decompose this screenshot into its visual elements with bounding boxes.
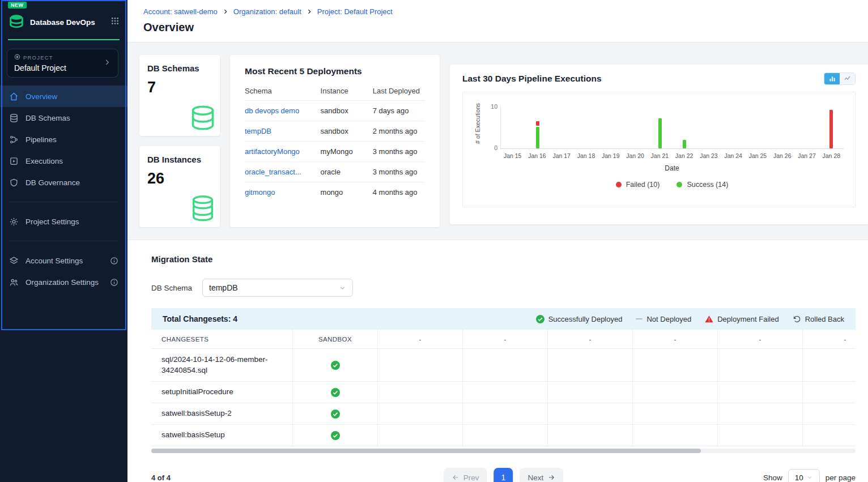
rollback-icon (793, 315, 801, 323)
sidebar-item-pipelines[interactable]: Pipelines (0, 129, 127, 150)
cell-empty (378, 425, 463, 446)
breadcrumb-organization[interactable]: Organization: default (233, 7, 301, 16)
info-icon[interactable] (110, 257, 118, 265)
stat-value: 26 (147, 170, 212, 187)
deployed-cell: 3 months ago (373, 142, 425, 162)
bar-success (683, 140, 686, 148)
x-tick-label: Jan 18 (574, 152, 598, 159)
sidebar-item-db-schemas[interactable]: DB Schemas (0, 107, 127, 129)
cell-empty (633, 349, 718, 382)
bar-failed (536, 121, 539, 126)
sidebar-item-label: Project Settings (25, 217, 79, 226)
info-icon[interactable] (110, 278, 118, 287)
bar-chart-icon[interactable] (824, 73, 840, 84)
x-tick-label: Jan 27 (794, 152, 819, 159)
bar-success (658, 118, 662, 148)
sidebar-item-label: Executions (25, 157, 63, 165)
check-circle-icon (331, 410, 340, 419)
next-button[interactable]: Next (520, 468, 564, 482)
sidebar-nav: Overview DB Schemas Pipelines Executions… (0, 86, 127, 293)
per-page-select[interactable]: 10 (788, 469, 820, 482)
schema-link[interactable]: tempDB (245, 127, 271, 135)
apps-grid-icon[interactable] (110, 16, 120, 28)
arrow-right-icon (547, 474, 555, 481)
show-label: Show (763, 474, 782, 482)
nav-divider (9, 202, 118, 202)
sidebar-item-organization-settings[interactable]: Organization Settings (0, 271, 127, 293)
project-icon (14, 54, 20, 61)
legend-failed: Failed (10) (616, 181, 660, 189)
cell-empty (803, 403, 856, 425)
prev-button[interactable]: Prev (444, 468, 487, 482)
y-axis-label: # of Executions (474, 99, 482, 148)
line-chart-icon[interactable] (840, 73, 855, 84)
cell-empty (803, 382, 856, 403)
warning-icon (705, 315, 713, 323)
account-settings-icon (9, 256, 19, 266)
stat-title: DB Instances (147, 155, 212, 164)
sidebar-item-project-settings[interactable]: Project Settings (0, 211, 127, 232)
x-tick-label: Jan 25 (746, 152, 770, 159)
app-logo-icon (8, 12, 25, 32)
deployments-title: Most Recent 5 Deployments (245, 66, 425, 76)
table-row: tempDB sandbox 2 months ago (245, 121, 425, 142)
sidebar-item-label: Account Settings (25, 257, 83, 265)
x-tick-label: Jan 16 (525, 152, 549, 159)
next-label: Next (528, 474, 544, 482)
x-tick-label: Jan 26 (770, 152, 794, 159)
project-selector[interactable]: PROJECT Default Project (7, 49, 118, 78)
col-sandbox: SANDBOX (293, 330, 378, 349)
cell-empty (718, 349, 803, 382)
schema-link[interactable]: oracle_transact... (245, 168, 301, 176)
check-circle-icon (331, 431, 340, 440)
new-badge: NEW (8, 2, 27, 8)
overview-cards: DB Schemas 7 DB Instances 26 Most Recent… (127, 42, 868, 227)
breadcrumb-project[interactable]: Project: Default Project (317, 7, 393, 16)
chevron-down-icon (339, 284, 346, 292)
db-schemas-card: DB Schemas 7 (139, 55, 220, 136)
scrollbar-thumb[interactable] (151, 449, 701, 453)
sidebar-item-db-governance[interactable]: DB Governance (0, 172, 127, 193)
sidebar-item-executions[interactable]: Executions (0, 150, 127, 172)
table-row: gitmongo mongo 4 months ago (245, 182, 425, 203)
cell-empty (718, 425, 803, 446)
cell-empty (463, 403, 548, 425)
stat-value: 7 (147, 79, 212, 96)
cell-empty (463, 425, 548, 446)
table-row: db devops demo sandbox 7 days ago (245, 101, 425, 121)
cell-empty (718, 382, 803, 403)
schema-link[interactable]: artifactoryMongo (245, 147, 300, 156)
chart-area: # of Executions 10 0 Jan 15Jan 16Jan 17J… (462, 92, 856, 207)
col-placeholder: - (718, 330, 803, 349)
check-circle-icon (536, 315, 544, 323)
sidebar-item-account-settings[interactable]: Account Settings (0, 250, 127, 271)
x-tick-label: Jan 24 (721, 152, 746, 159)
x-tick-label: Jan 15 (500, 152, 525, 159)
failed-legend-dot (616, 182, 622, 187)
legend-rolled-back: Rolled Back (793, 315, 844, 323)
dash-icon (636, 318, 643, 319)
changeset-row: satwell:basisSetup (151, 425, 856, 446)
stat-title: DB Schemas (147, 63, 212, 73)
cell-empty (633, 403, 718, 425)
horizontal-scrollbar[interactable] (151, 449, 856, 453)
x-tick-label: Jan 22 (672, 152, 696, 159)
cell-empty (378, 382, 463, 403)
schema-link[interactable]: db devops demo (245, 106, 299, 115)
col-placeholder: - (633, 330, 718, 349)
migration-state-section: Migration State DB Schema tempDB Total C… (127, 240, 868, 482)
schema-link[interactable]: gitmongo (245, 188, 275, 197)
home-icon (9, 92, 19, 101)
x-axis-label: Date (500, 164, 844, 172)
status-legend: Successfully Deployed Not Deployed Deplo… (536, 315, 844, 323)
cell-empty (803, 349, 856, 382)
x-tick-label: Jan 21 (648, 152, 672, 159)
col-last-deployed: Last Deployed (373, 81, 425, 101)
changesets-header-band: Total Changesets: 4 Successfully Deploye… (151, 308, 856, 330)
success-legend-dot (676, 182, 682, 187)
breadcrumb-separator-icon (307, 8, 312, 15)
db-schema-select[interactable]: tempDB (202, 279, 353, 297)
sidebar-item-overview[interactable]: Overview (0, 86, 127, 107)
breadcrumb-account[interactable]: Account: satwell-demo (143, 7, 218, 16)
page-number-button[interactable]: 1 (494, 468, 513, 482)
